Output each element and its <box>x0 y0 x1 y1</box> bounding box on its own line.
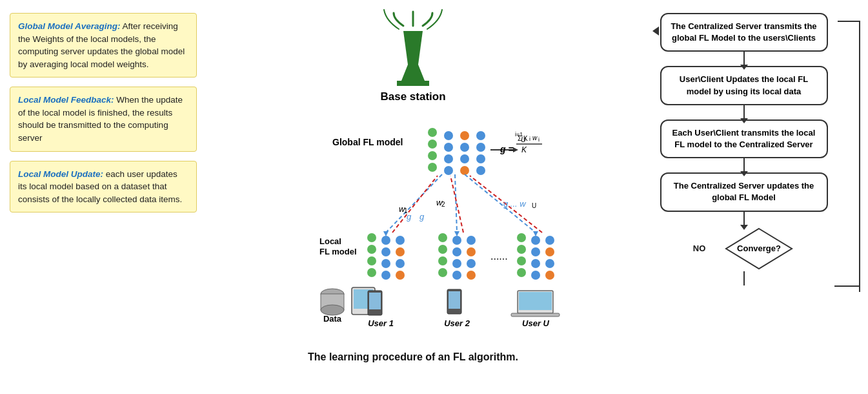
bottom-line <box>743 271 745 285</box>
user2-phone-screen <box>449 291 460 309</box>
u2-n5 <box>452 236 461 245</box>
diamond-label: Converge? <box>737 244 781 253</box>
u2-n7 <box>452 259 461 268</box>
u1-n6 <box>381 247 390 256</box>
annotation-title-3: Local Model Update: <box>18 169 103 179</box>
u1-n12 <box>396 271 405 280</box>
nn-node-global-b2-2 <box>476 143 485 152</box>
uu-n8 <box>531 271 540 280</box>
dots-middle: ...... <box>490 251 508 262</box>
u1-n9 <box>396 236 405 245</box>
no-label: NO <box>693 244 706 253</box>
arrow-g-u2-head <box>454 231 459 236</box>
fl-diagram: Base station Global FL model <box>219 6 607 349</box>
base-station-label: Base station <box>380 90 445 103</box>
u2-n3 <box>438 256 447 265</box>
center-diagram-panel: Base station Global FL model <box>207 0 620 394</box>
u2-n9 <box>467 236 476 245</box>
local-fl-label-2: FL model <box>319 247 357 256</box>
nn-node-global-g1-3 <box>428 151 437 160</box>
nn-node-global-b2-3 <box>476 154 485 163</box>
useru-laptop-display <box>519 292 552 310</box>
u2-n2 <box>438 245 447 254</box>
uu-n9 <box>545 236 554 245</box>
flow-arrow-3 <box>743 158 745 172</box>
uu-n6 <box>531 247 540 256</box>
arrow-w2-up <box>450 176 463 233</box>
annotation-title-1: Global Model Averaging: <box>18 21 121 31</box>
u1-n4 <box>367 268 376 277</box>
nn-node-global-b2-1 <box>476 131 485 140</box>
flow-container: The Centralized Server transmits the glo… <box>654 13 834 287</box>
nn-node-global-b1-2 <box>444 143 453 152</box>
diamond-wrapper: NO Converge? <box>654 226 834 271</box>
u1-n3 <box>367 256 376 265</box>
nn-node-global-b1-4 <box>444 166 453 175</box>
annotation-title-2: Local Model Feedback: <box>18 95 114 105</box>
uu-n4 <box>517 268 526 277</box>
flow-box-3: Each User\Client transmits the local FL … <box>660 119 828 158</box>
formula-i-eq-1: i=1 <box>515 131 523 138</box>
flow-box-2: User\Client Updates the local FL model b… <box>660 66 828 105</box>
base-station-icon <box>384 10 442 86</box>
flow-arrow-4 <box>743 212 745 226</box>
u1-n2 <box>367 245 376 254</box>
formula-arrowhead <box>513 147 518 152</box>
user2-label: User 2 <box>444 318 470 328</box>
right-flowchart-panel: The Centralized Server transmits the glo… <box>620 0 868 394</box>
nn-node-global-b1-1 <box>444 131 453 140</box>
formula-sub-i2: i <box>538 136 540 143</box>
nn-node-global-b1-3 <box>444 154 453 163</box>
u1-n5 <box>381 236 390 245</box>
u1-n7 <box>381 259 390 268</box>
user1-phone-screen <box>369 293 381 309</box>
arrow-g-uu-head <box>533 231 538 236</box>
uu-n10 <box>545 247 554 256</box>
u2-n6 <box>452 247 461 256</box>
nn-node-global-o1-3 <box>460 154 469 163</box>
formula-wi: w <box>532 134 538 141</box>
useru-laptop-base <box>511 313 560 316</box>
nn-node-global-g1-4 <box>428 163 437 172</box>
svg-marker-0 <box>403 31 423 65</box>
svg-rect-2 <box>397 81 429 86</box>
label-g2: g <box>419 212 425 222</box>
loop-right-line <box>838 21 860 292</box>
nn-node-global-o1-4 <box>460 166 469 175</box>
svg-marker-1 <box>401 65 425 81</box>
useru-label: User U <box>522 318 550 328</box>
diamond-svg: Converge? <box>723 226 794 271</box>
uu-n2 <box>517 245 526 254</box>
formula-sub-i: i <box>529 136 530 142</box>
nn-node-global-b2-4 <box>476 166 485 175</box>
u2-n4 <box>438 268 447 277</box>
left-annotations-panel: Global Model Averaging: After receiving … <box>0 0 207 394</box>
annotation-box-2: Local Model Feedback: When the update of… <box>10 87 197 151</box>
label-wu-sub: U <box>532 202 536 209</box>
diagram-caption: The learning procedure of an FL algorith… <box>308 351 518 363</box>
u2-n11 <box>467 259 476 268</box>
flow-box-4: The Centralized Server updates the globa… <box>660 172 828 211</box>
label-w2-sub: 2 <box>441 201 445 208</box>
formula-k: K <box>521 145 527 154</box>
uu-n11 <box>545 259 554 268</box>
nn-node-global-o1-1 <box>460 131 469 140</box>
u2-n1 <box>438 233 447 242</box>
arrow-g-u1-head <box>383 231 389 236</box>
flow-arrow-2 <box>743 105 745 119</box>
data-label: Data <box>323 314 342 324</box>
local-fl-label-1: Local <box>319 236 341 246</box>
uu-n1 <box>517 233 526 242</box>
u2-n10 <box>467 247 476 256</box>
annotation-box-1: Global Model Averaging: After receiving … <box>10 13 197 78</box>
u1-n10 <box>396 247 405 256</box>
annotation-box-3: Local Model Update: each user updates it… <box>10 161 197 213</box>
flow-arrow-1 <box>743 52 745 66</box>
user1-label: User 1 <box>368 318 394 328</box>
uu-n7 <box>531 259 540 268</box>
label-g3: g ... w <box>503 199 527 209</box>
flow-box-1: The Centralized Server transmits the glo… <box>660 13 828 52</box>
u1-n1 <box>367 233 376 242</box>
u2-n12 <box>467 271 476 280</box>
global-fl-label: Global FL model <box>332 137 403 147</box>
